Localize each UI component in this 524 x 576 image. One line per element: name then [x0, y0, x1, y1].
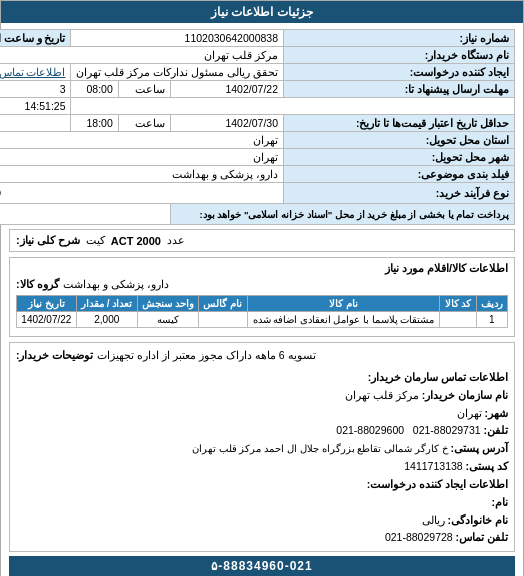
etelaat-tamas-link[interactable]: اطلاعات تماس خریدار	[0, 66, 65, 78]
khodavandegari-value: ریالی	[422, 514, 445, 526]
phone-value: ۵-88834960-021	[211, 559, 312, 573]
band-value: دارو، پزشکی و بهداشت	[0, 166, 284, 183]
ejad-tel-value: 88029728-021	[385, 531, 453, 543]
hadf-time: 18:00	[71, 115, 118, 132]
kod-posti-value: 1411713138	[404, 460, 462, 472]
nav-radio-group: خرید خدمات کالا/خدمت	[0, 187, 278, 199]
col-name: نام کالا	[247, 296, 440, 312]
ejad-tel-label: تلفن تماس:	[456, 531, 508, 543]
info-table: شماره نیاز: 1102030642000838 تاریخ و ساع…	[0, 29, 515, 225]
sharh-title: شرح کلی نیاز:	[16, 234, 80, 247]
nam-sazman-value: مرکز قلب تهران	[345, 389, 419, 401]
table-row: 1 مشتقات پلاسما با عوامل انعقادی اضافه ش…	[17, 312, 508, 328]
mohlet-start-label: ساعت	[118, 81, 170, 98]
row-date: 1402/07/22	[17, 312, 77, 328]
row-radif: 1	[476, 312, 507, 328]
shahr-label: شهر محل تحویل:	[284, 149, 515, 166]
col-amount: تعداد / مقدار	[76, 296, 137, 312]
mohlet-time2: 14:51:25	[0, 98, 71, 115]
ostaan-label: استان محل تحویل:	[284, 132, 515, 149]
group-kala-label: گروه کالا:	[16, 278, 59, 291]
col-unit: واحد سنجش	[137, 296, 198, 312]
tel1-value: 88029731-021	[413, 424, 481, 436]
buyer-section: توضیحات خریدار: تسویه 6 ماهه داراک مجوز …	[9, 342, 515, 552]
nam-dastgah-label: نام دستگاه خریدار:	[284, 47, 515, 64]
mohlet-end-num: 3	[0, 81, 71, 98]
row-unit: کیسه	[137, 312, 198, 328]
band-label: فیلد بندی موضوعی:	[284, 166, 515, 183]
page-container: جزئیات اطلاعات نیاز شماره نیاز: 11020306…	[0, 0, 524, 576]
shahr-buyer-value: تهران	[457, 407, 482, 419]
sharh-suffix: عدد	[167, 234, 185, 247]
mohlet-date: 1402/07/22	[170, 81, 283, 98]
row-gales	[199, 312, 247, 328]
adres-label: آدرس پستی:	[451, 442, 508, 454]
row-amount: 2,000	[76, 312, 137, 328]
hadf-date: 1402/07/30	[170, 115, 283, 132]
ejad-info-label: اطلاعات ایجاد کننده درخواست:	[367, 478, 508, 490]
sharh-prefix: کیت	[86, 234, 105, 247]
tel2-value: 88029600-021	[336, 424, 404, 436]
mozarebat-label: پرداخت تمام یا بخشی از مبلغ خرید از محل …	[170, 204, 514, 225]
kod-posti-label: کد پستی:	[466, 460, 508, 472]
nam-sazman-label: نام سازمان خریدار:	[422, 389, 508, 401]
page-title: جزئیات اطلاعات نیاز	[211, 5, 313, 19]
ostaan-value: تهران	[0, 132, 284, 149]
ejad-value: تحقق ریالی مسئول ندارکات مرکز قلب تهران	[71, 64, 284, 81]
nav-label: نوع فرآیند خرید:	[284, 183, 515, 204]
col-gales: نام گالس	[199, 296, 247, 312]
ejad-name-label: نام:	[492, 496, 509, 508]
sharh-section: شرح کلی نیاز: کیت ACT 2000 عدد	[9, 229, 515, 252]
khodavandegari-label: نام خانوادگی:	[448, 514, 508, 526]
page-header: جزئیات اطلاعات نیاز	[1, 1, 523, 23]
group-kala-value: دارو، پزشکی و بهداشت	[63, 278, 169, 291]
col-code: کد کالا	[440, 296, 476, 312]
kala-section-title: اطلاعات کالا/اقلام مورد نیاز	[16, 262, 508, 275]
hadf-time-label: ساعت	[118, 115, 170, 132]
shomara-value: 1102030642000838	[71, 30, 284, 47]
phone-bar: ۵-88834960-021	[9, 556, 515, 576]
shomara-label: شماره نیاز:	[284, 30, 515, 47]
shahr-buyer-label: شهر:	[485, 407, 509, 419]
buyer-toz-value: تسویه 6 ماهه داراک مجوز معتبر از اداره ت…	[97, 347, 315, 365]
radio-kala-khadamat-circle	[0, 188, 1, 198]
adres-value: خ کارگر شمالی تقاطع بزرگراه جلال ال احمد…	[192, 443, 448, 454]
tel1-label: تلفن:	[484, 424, 509, 436]
nam-dastgah-value: مرکز قلب تهران	[0, 47, 284, 64]
row-name: مشتقات پلاسما با عوامل انعقادی اضافه شده	[247, 312, 440, 328]
goods-table: ردیف کد کالا نام کالا نام گالس واحد سنجش…	[16, 295, 508, 328]
col-date: تاریخ نیاز	[17, 296, 77, 312]
kala-section: اطلاعات کالا/اقلام مورد نیاز گروه کالا: …	[9, 257, 515, 337]
radio-kala-khadamat[interactable]: کالا/خدمت	[0, 187, 1, 199]
mohlet-label: مهلت ارسال پیشنهاد تا:	[284, 81, 515, 98]
buyer-toz-label: توضیحات خریدار:	[16, 347, 93, 365]
mohlet-start-value: 08:00	[71, 81, 118, 98]
shahr-value: تهران	[0, 149, 284, 166]
ejad-label: ایجاد کننده درخواست:	[284, 64, 515, 81]
hadf-label: حداقل تاریخ اعتبار قیمت‌ها تا تاریخ:	[284, 115, 515, 132]
row-code	[440, 312, 476, 328]
contact-title: اطلاعات تماس سارمان خریدار:	[368, 371, 508, 383]
act-text: ACT 2000	[111, 235, 161, 247]
col-radif: ردیف	[476, 296, 507, 312]
tarikh-label: تاریخ و ساعت اعلام عمومی:	[0, 30, 71, 47]
mozarebat-radio-group: متوسط خیر	[0, 208, 165, 220]
